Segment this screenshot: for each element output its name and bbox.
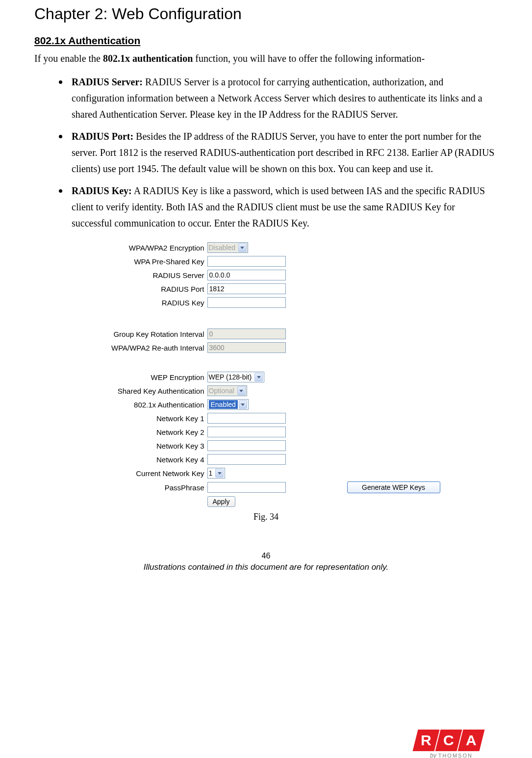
current-key-select[interactable]: 1 [207, 468, 226, 479]
chevron-down-icon [215, 469, 224, 478]
select-value: Optional [209, 387, 236, 395]
select-value: 1 [209, 469, 215, 477]
footer-bar: R C A byTHOMSON [0, 711, 532, 758]
rca-logo: R C A [415, 730, 482, 751]
wpa-psk-label: WPA Pre-Shared Key [92, 257, 207, 266]
group-key-label: Group Key Rotation Interval [92, 330, 207, 338]
bullet-label: RADIUS Key: [72, 185, 132, 196]
intro-post: function, you will have to offer the fol… [193, 53, 425, 64]
select-value: Disabled [209, 244, 237, 252]
list-item: RADIUS Key: A RADIUS Key is like a passw… [69, 182, 498, 231]
footer-logo-area: R C A byTHOMSON [409, 711, 532, 758]
wpa-encryption-select[interactable]: Disabled [207, 242, 248, 253]
radius-port-label: RADIUS Port [92, 285, 207, 293]
netkey4-label: Network Key 4 [92, 455, 207, 464]
disclaimer: Illustrations contained in this document… [34, 562, 498, 572]
netkey2-input[interactable] [207, 427, 286, 437]
netkey1-label: Network Key 1 [92, 414, 207, 423]
auth-8021x-select[interactable]: Enabled [207, 399, 249, 410]
config-panel: WPA/WPA2 Encryption Disabled WPA Pre-Sha… [92, 242, 440, 507]
auth-8021x-label: 802.1x Authentication [92, 401, 207, 409]
passphrase-input[interactable] [207, 482, 286, 493]
netkey2-label: Network Key 2 [92, 428, 207, 436]
bullet-text: Besides the IP address of the RADIUS Ser… [72, 131, 494, 174]
bullet-label: RADIUS Server: [72, 76, 143, 87]
page-number: 46 [34, 552, 498, 560]
intro-bold: 802.1x authentication [103, 53, 193, 64]
list-item: RADIUS Port: Besides the IP address of t… [69, 127, 498, 177]
current-key-label: Current Network Key [92, 469, 207, 478]
netkey3-label: Network Key 3 [92, 442, 207, 450]
bullet-text: A RADIUS Key is like a password, which i… [72, 185, 485, 228]
netkey4-input[interactable] [207, 454, 286, 465]
wep-encryption-label: WEP Encryption [92, 373, 207, 381]
bullet-list: RADIUS Server: RADIUS Server is a protoc… [34, 73, 498, 231]
chevron-down-icon [238, 243, 247, 252]
chevron-down-icon [254, 373, 263, 381]
select-value: Enabled [209, 400, 238, 409]
reauth-input [207, 342, 286, 353]
radius-server-input[interactable] [207, 270, 286, 280]
thomson-text: THOMSON [438, 753, 473, 758]
passphrase-label: PassPhrase [92, 483, 207, 492]
wep-encryption-select[interactable]: WEP (128-bit) [207, 372, 265, 382]
section-title: 802.1x Authentication [34, 35, 498, 47]
intro-pre: If you enable the [34, 53, 103, 64]
chevron-down-icon [239, 400, 247, 409]
generate-wep-keys-button[interactable]: Generate WEP Keys [347, 481, 440, 493]
chapter-title: Chapter 2: Web Configuration [34, 5, 498, 23]
list-item: RADIUS Server: RADIUS Server is a protoc… [69, 73, 498, 123]
radius-key-label: RADIUS Key [92, 299, 207, 307]
radius-key-input[interactable] [207, 297, 286, 308]
radius-port-input[interactable] [207, 283, 286, 294]
logo-letter: A [458, 730, 485, 751]
shared-key-auth-select[interactable]: Optional [207, 385, 247, 396]
intro-paragraph: If you enable the 802.1x authentication … [34, 51, 498, 66]
figure-caption: Fig. 34 [34, 512, 498, 522]
reauth-label: WPA/WPA2 Re-auth Interval [92, 344, 207, 352]
netkey3-input[interactable] [207, 440, 286, 451]
select-value: WEP (128-bit) [209, 373, 254, 381]
by-thomson: byTHOMSON [430, 752, 473, 758]
chevron-down-icon [237, 386, 246, 395]
wpa-psk-input[interactable] [207, 256, 286, 267]
shared-key-auth-label: Shared Key Authentication [92, 387, 207, 395]
radius-server-label: RADIUS Server [92, 271, 207, 279]
group-key-input [207, 328, 286, 339]
by-text: by [430, 752, 436, 758]
netkey1-input[interactable] [207, 413, 286, 424]
bullet-label: RADIUS Port: [72, 131, 133, 142]
apply-button[interactable]: Apply [207, 496, 235, 507]
wpa-encryption-label: WPA/WPA2 Encryption [92, 244, 207, 252]
